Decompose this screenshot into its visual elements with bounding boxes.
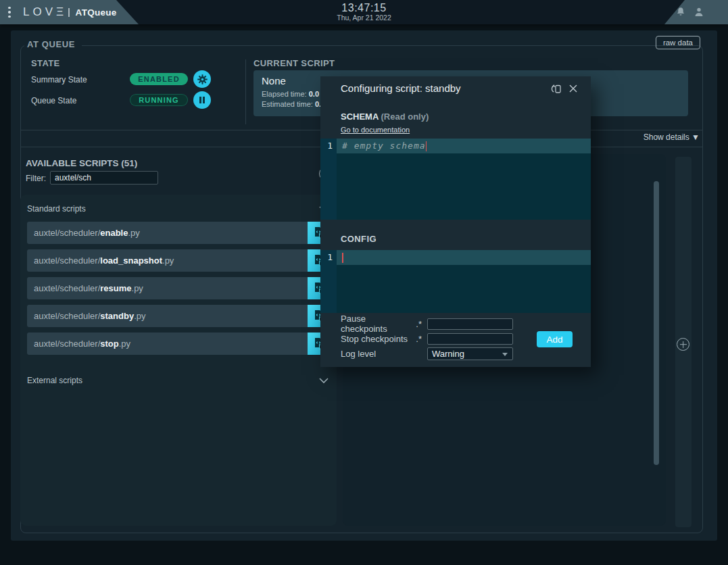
config-editor-code[interactable] xyxy=(337,250,591,313)
log-level-select[interactable]: Warning xyxy=(427,347,513,360)
script-path: auxtel/scheduler/enable.py xyxy=(27,228,308,238)
pause-checkpoints-row: Pause checkpoints .* xyxy=(341,318,571,330)
caret xyxy=(342,253,343,263)
schema-content: # empty schema xyxy=(342,139,426,153)
topbar-right-section xyxy=(646,0,728,24)
love-logo: LOVΞ xyxy=(23,5,67,19)
schema-editor-code: # empty schema xyxy=(337,139,591,220)
schema-editor: 1 # empty schema xyxy=(320,139,591,220)
add-button[interactable]: Add xyxy=(537,331,573,347)
config-editor[interactable]: 1 xyxy=(320,250,591,313)
available-scripts-heading: AVAILABLE SCRIPTS (51) xyxy=(26,158,137,168)
view-title: ATQueue xyxy=(76,7,117,18)
script-path: auxtel/scheduler/stop.py xyxy=(27,339,308,349)
modal-title: Configuring script: standby xyxy=(341,82,461,94)
summary-state-badge: ENABLED xyxy=(130,73,188,85)
config-heading: CONFIG xyxy=(341,234,377,244)
user-icon[interactable] xyxy=(693,6,705,18)
stop-checkpoints-input[interactable] xyxy=(427,333,513,345)
stop-checkpoints-row: Stop checkpoints .* xyxy=(341,333,571,345)
expand-circle-icon[interactable] xyxy=(677,338,689,351)
stop-checkpoints-label: Stop checkpoints xyxy=(341,334,411,344)
documentation-link[interactable]: Go to documentation xyxy=(341,126,410,134)
pause-regex-hint: .* xyxy=(411,319,422,329)
clock-time: 13:47:15 xyxy=(337,2,391,14)
script-path: auxtel/scheduler/load_snapshot.py xyxy=(27,255,308,266)
queue-state-label: Queue State xyxy=(31,96,76,105)
queue-state-badge: RUNNING xyxy=(130,94,188,106)
script-item[interactable]: auxtel/scheduler/resume.py xyxy=(27,277,330,299)
at-queue-legend: AT QUEUE xyxy=(24,39,82,49)
script-item[interactable]: auxtel/scheduler/enable.py xyxy=(27,222,330,244)
clock: 13:47:15 Thu, Apr 21 2022 xyxy=(337,2,391,22)
filter-label: Filter: xyxy=(26,174,46,183)
script-item[interactable]: auxtel/scheduler/standby.py xyxy=(27,305,330,327)
gear-icon[interactable] xyxy=(193,70,211,88)
configure-script-modal: Configuring script: standby SCHEMA (Read… xyxy=(320,76,591,367)
script-path: auxtel/scheduler/resume.py xyxy=(27,283,308,293)
topbar: LOVΞ ATQueue 13:47:15 Thu, Apr 21 2022 xyxy=(0,0,728,24)
filter-input[interactable] xyxy=(50,171,158,185)
scrollbar-thumb[interactable] xyxy=(654,181,659,465)
pause-checkpoints-label: Pause checkpoints xyxy=(341,314,411,334)
external-scripts-group[interactable]: External scripts xyxy=(27,373,329,388)
raw-data-button[interactable]: raw data xyxy=(656,36,700,49)
bell-icon[interactable] xyxy=(675,6,687,18)
log-level-label: Log level xyxy=(341,349,411,359)
pause-icon[interactable] xyxy=(193,91,211,109)
logo-separator xyxy=(68,8,70,17)
pause-checkpoints-input[interactable] xyxy=(427,318,513,330)
script-item[interactable]: auxtel/scheduler/stop.py xyxy=(27,333,330,355)
caret xyxy=(426,141,427,151)
current-script-heading: CURRENT SCRIPT xyxy=(253,58,335,68)
detach-icon[interactable] xyxy=(551,83,562,95)
clock-date: Thu, Apr 21 2022 xyxy=(337,14,391,22)
state-divider xyxy=(245,59,246,124)
topbar-left-section: LOVΞ ATQueue xyxy=(0,0,139,24)
state-heading: STATE xyxy=(31,58,60,68)
script-path: auxtel/scheduler/standby.py xyxy=(27,311,308,321)
schema-editor-gutter: 1 xyxy=(320,139,337,220)
standard-scripts-group[interactable]: Standard scripts xyxy=(27,201,329,216)
script-item[interactable]: auxtel/scheduler/load_snapshot.py xyxy=(27,249,330,272)
summary-state-label: Summary State xyxy=(31,75,87,84)
schema-heading: SCHEMA (Read only) xyxy=(341,112,429,122)
chevron-down-icon xyxy=(502,353,508,356)
stop-regex-hint: .* xyxy=(411,334,422,344)
show-details-toggle[interactable]: Show details ▼ xyxy=(644,132,700,142)
available-scripts-panel: Standard scripts auxtel/scheduler/enable… xyxy=(20,195,337,526)
close-icon[interactable] xyxy=(568,83,579,94)
chevron-down-icon xyxy=(319,378,329,384)
config-editor-gutter: 1 xyxy=(320,250,337,313)
log-level-row: Log level Warning xyxy=(341,347,571,360)
kebab-menu-icon[interactable] xyxy=(8,5,18,19)
